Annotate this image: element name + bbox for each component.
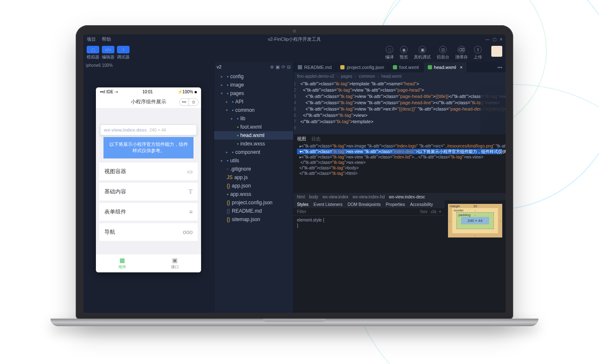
tree-item[interactable]: ▸▪config xyxy=(214,72,293,81)
margin-label: margin xyxy=(450,204,460,208)
close-icon[interactable]: ⊙ xyxy=(189,99,198,106)
tab-simulator[interactable]: ▢模拟器 xyxy=(87,46,99,60)
dom-node[interactable]: </"tk-attr">class="tk-tag">html> xyxy=(297,171,502,176)
tree-item[interactable]: {}app.json xyxy=(214,182,293,190)
element-crumb[interactable]: html xyxy=(297,195,305,199)
collapse-icon[interactable]: ⊟ xyxy=(287,64,291,70)
title-bar: 项目 帮助 v2-FinClip小程序开发工具 — ▢ ✕ xyxy=(83,34,506,44)
action-preview[interactable]: ◉预览 xyxy=(400,46,408,60)
styles-tab[interactable]: DOM Breakpoints xyxy=(347,202,381,207)
devtools-tab-view[interactable]: 视图 xyxy=(297,136,306,142)
new-folder-icon[interactable]: ▣ xyxy=(276,64,280,70)
status-carrier: ••ıl IDE ⇢ xyxy=(100,90,118,94)
refresh-icon[interactable]: ⟳ xyxy=(281,64,285,70)
breadcrumb-item[interactable]: pages xyxy=(341,74,352,79)
grid-icon: ▦ xyxy=(119,257,125,264)
tooltip-selector: wx-view.index-desc xyxy=(104,127,147,132)
avatar[interactable] xyxy=(491,46,502,57)
styles-tab[interactable]: Properties xyxy=(386,202,405,207)
dom-node[interactable]: </"tk-attr">class="tk-tag">wx-view> xyxy=(297,160,502,165)
tree-item[interactable]: ▫.gitignore xyxy=(214,165,293,173)
tree-item[interactable]: ▪index.wxss xyxy=(214,140,293,148)
dom-node[interactable]: ▸<"tk-attr">class="tk-tag">wx-image "tk-… xyxy=(297,143,502,149)
list-item[interactable]: 视图容器▭ xyxy=(99,163,198,180)
tree-item[interactable]: ▸▪utils xyxy=(214,156,293,165)
tabbar-api[interactable]: ▣接口 xyxy=(148,254,201,272)
laptop-frame: 项目 帮助 v2-FinClip小程序开发工具 — ▢ ✕ ▢模拟器 </>编辑… xyxy=(76,25,513,328)
tree-item[interactable]: ▸▪lib xyxy=(214,114,293,123)
phone-status-bar: ••ıl IDE ⇢ 10:01 ⚡100% ■ xyxy=(96,87,201,96)
styles-tabs: StylesEvent ListenersDOM BreakpointsProp… xyxy=(294,200,445,208)
element-crumb[interactable]: body xyxy=(309,195,318,199)
dom-tree[interactable]: ▸<"tk-attr">class="tk-tag">wx-image "tk-… xyxy=(294,142,506,193)
action-upload[interactable]: ⇪上传 xyxy=(474,46,482,60)
element-breadcrumb: htmlbodywx-view.indexwx-view.index-hdwx-… xyxy=(294,193,506,200)
tooltip-dimensions: 240 × 44 xyxy=(149,128,166,132)
selected-element-highlight: 以下将展示小程序官方组件能力，组件样式仅供参考。 xyxy=(103,137,193,158)
tab-editor[interactable]: </>编辑器 xyxy=(102,46,114,60)
breadcrumb-item[interactable]: fino-applet-demo-v2 xyxy=(297,74,334,79)
tree-item[interactable]: ▸▪API xyxy=(214,98,293,106)
action-compile[interactable]: ◌编译 xyxy=(385,46,394,60)
filter-option[interactable]: .cls xyxy=(430,209,436,214)
action-background[interactable]: ⊡切后台 xyxy=(437,46,449,60)
tree-item[interactable]: ▪foot.wxml xyxy=(214,123,293,131)
devtools-tab-log[interactable]: 日志 xyxy=(311,136,321,142)
styles-tab[interactable]: Styles xyxy=(297,202,308,207)
breadcrumb-item[interactable]: common xyxy=(359,74,375,79)
explorer-root[interactable]: v2 xyxy=(217,64,222,69)
maximize-icon[interactable]: ▢ xyxy=(492,37,496,41)
close-icon[interactable]: ✕ xyxy=(499,37,503,41)
capsule-button[interactable]: •••⊙ xyxy=(179,98,199,106)
minimize-icon[interactable]: — xyxy=(485,37,490,41)
file-explorer: v2 ⊕ ▣ ⟳ ⊟ ▸▪config▸▪image▾▪pages▸▪API▾▪… xyxy=(214,62,294,313)
action-cache[interactable]: ⌫清缓存 xyxy=(455,46,468,60)
padding-label: padding xyxy=(459,213,470,217)
box-model: margin 10 - - - border - padding - xyxy=(445,200,506,313)
file-tree: ▸▪config▸▪image▾▪pages▸▪API▾▪common▸▪lib… xyxy=(214,71,293,224)
tree-item[interactable]: {}project.config.json xyxy=(214,198,293,207)
editor-tab[interactable]: head.wxml× xyxy=(424,62,467,72)
more-icon[interactable]: ••• xyxy=(180,99,189,106)
styles-tab[interactable]: Accessibility xyxy=(410,202,433,207)
element-crumb[interactable]: wx-view.index xyxy=(323,195,349,199)
tabbar-component[interactable]: ▦组件 xyxy=(96,254,148,272)
camera-icon xyxy=(293,29,296,33)
editor-tab[interactable]: README.md xyxy=(294,62,336,72)
menu-help[interactable]: 帮助 xyxy=(102,36,111,42)
dom-node[interactable]: ▾<"tk-attr">class="tk-tag">wx-view "tk-a… xyxy=(297,149,502,154)
new-file-icon[interactable]: ⊕ xyxy=(270,64,274,70)
filter-option[interactable]: :hov xyxy=(419,209,427,214)
list-item[interactable]: 导航ooo xyxy=(99,223,198,241)
tree-item[interactable]: ▸▪image xyxy=(214,81,293,89)
element-crumb[interactable]: wx-view.index-hd xyxy=(353,195,384,199)
tab-debugger[interactable]: ⫴调试器 xyxy=(117,46,130,60)
tabs-overflow-icon[interactable]: ••• xyxy=(494,62,506,72)
list-item[interactable]: 表单组件≡ xyxy=(99,203,198,221)
tree-item[interactable]: ▾▪common xyxy=(214,106,293,114)
tree-item[interactable]: {}README.md xyxy=(214,207,293,215)
minimap[interactable] xyxy=(480,80,506,135)
element-crumb[interactable]: wx-view.index-desc xyxy=(389,195,425,199)
editor-tab[interactable]: foot.wxml xyxy=(389,62,423,72)
breadcrumb-item[interactable]: head.wxml xyxy=(382,74,402,79)
filter-input[interactable]: Filter xyxy=(297,209,306,214)
tree-item[interactable]: ▪app.wxss xyxy=(214,190,293,198)
code-editor[interactable]: 12345678 <"tk-attr">class="tk-tag">templ… xyxy=(294,80,506,135)
dom-node[interactable]: </"tk-attr">class="tk-tag">body> xyxy=(297,165,502,171)
css-rules[interactable]: element.style {}</span><span class="css-… xyxy=(294,216,445,313)
dom-node[interactable]: ▸<"tk-attr">class="tk-tag">wx-view "tk-a… xyxy=(297,154,502,160)
styles-tab[interactable]: Event Listeners xyxy=(313,202,342,207)
simulator-device-label: iphone6 100% xyxy=(83,62,214,71)
editor-tab[interactable]: project.config.json xyxy=(336,62,389,72)
tree-item[interactable]: ▪head.wxml xyxy=(214,131,293,140)
status-time: 10:01 xyxy=(142,90,153,94)
list-item[interactable]: 基础内容𝕋 xyxy=(99,183,198,200)
tree-item[interactable]: ▸▪component xyxy=(214,148,293,156)
filter-option[interactable]: + xyxy=(439,209,441,214)
tree-item[interactable]: {}sitemap.json xyxy=(214,215,293,224)
action-remote[interactable]: ▣真机调试 xyxy=(414,46,431,60)
menu-project[interactable]: 项目 xyxy=(87,36,96,42)
tree-item[interactable]: ▾▪pages xyxy=(214,89,293,98)
tree-item[interactable]: JSapp.js xyxy=(214,173,293,182)
